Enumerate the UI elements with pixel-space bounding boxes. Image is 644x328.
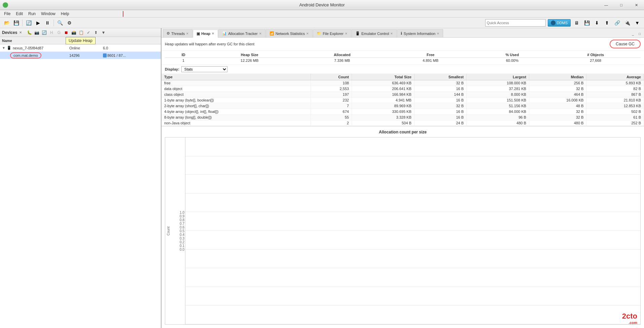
toolbar-icon-5[interactable]: 🔗 xyxy=(613,19,621,27)
quick-access-box[interactable] xyxy=(485,19,546,27)
menu-run[interactable]: Run xyxy=(26,11,38,17)
cell-median: 464 B xyxy=(529,92,586,97)
tab-network[interactable]: 📶 Network Statistics ✕ xyxy=(266,29,313,37)
cell-average: 61 B xyxy=(586,115,644,120)
tab-network-close[interactable]: ✕ xyxy=(306,32,309,35)
tab-emulator-close[interactable]: ✕ xyxy=(390,32,393,35)
camera-btn[interactable]: 📋 xyxy=(78,29,84,36)
heap-col-objects: # Objects xyxy=(550,52,641,58)
tab-allocation-tracker[interactable]: 📊 Allocation Tracker ✕ xyxy=(218,29,265,37)
cause-gc-button[interactable]: Cause GC xyxy=(610,40,641,48)
check-btn[interactable]: ✓ xyxy=(85,29,92,36)
y-axis-label: Count xyxy=(165,227,172,236)
toolbar-btn-3[interactable]: 🔄 xyxy=(25,19,33,27)
cell-count: 232 xyxy=(311,97,352,103)
toolbar-icon-1[interactable]: 🖥 xyxy=(573,19,581,27)
stop-btn[interactable]: ⏹ xyxy=(63,29,70,36)
toolbar-btn-1[interactable]: 📂 xyxy=(3,19,11,27)
screenshot2-btn[interactable]: 📸 xyxy=(70,29,77,36)
heap-pct: 60.00% xyxy=(474,58,550,64)
cell-largest: 84.000 KB xyxy=(467,109,529,115)
cell-total: 4.941 MB xyxy=(352,97,414,103)
data-table-body: free 108 636.469 KB 32 B 108.000 KB 256 … xyxy=(162,80,644,126)
tab-threads-icon: ⚙ xyxy=(167,31,170,36)
expand-icon: ▼ xyxy=(2,46,5,50)
tab-file-close[interactable]: ✕ xyxy=(345,32,348,35)
menu-bar: File Edit Run Window Help | xyxy=(0,10,644,17)
cell-type: 2-byte array (short[], char[]) xyxy=(162,103,311,109)
tab-heap[interactable]: ▣ Heap ✕ xyxy=(193,30,218,38)
tab-threads-close[interactable]: ✕ xyxy=(186,32,189,35)
devices-panel-header: Devices ✕ 🐛 📷 🔄 H G ⏹ 📸 📋 ✓ ⬆ ▼ Update H… xyxy=(0,28,161,37)
tab-emulator[interactable]: 📱 Emulator Control ✕ xyxy=(352,29,397,37)
tab-heap-icon: ▣ xyxy=(196,32,200,36)
close-button[interactable]: ✕ xyxy=(629,0,644,10)
panel-maximize-btn[interactable]: □ xyxy=(637,31,643,37)
ddms-button[interactable]: DDMS xyxy=(548,19,571,27)
screen-rotate-btn[interactable]: 🔄 xyxy=(41,29,47,36)
toolbar-icon-3[interactable]: ⬇ xyxy=(593,19,601,27)
quick-access-input[interactable] xyxy=(487,21,544,25)
cell-largest: 37.281 KB xyxy=(467,86,529,92)
y-label-04: 0.4 xyxy=(172,233,184,237)
tab-sysinfo-label: System Information xyxy=(403,32,435,36)
toolbar-icon-4[interactable]: ⬆ xyxy=(603,19,611,27)
cell-smallest: 16 B xyxy=(414,86,466,92)
menu-help[interactable]: Help xyxy=(58,11,72,17)
cell-count: 2,553 xyxy=(311,86,352,92)
tab-allocation-close[interactable]: ✕ xyxy=(259,32,262,35)
app-debug-col: 8601 / 87... xyxy=(101,53,128,57)
app-row-com-mat-demo[interactable]: com.mat.demo 14296 8601 / 87... xyxy=(0,52,161,59)
tab-heap-close[interactable]: ✕ xyxy=(212,32,214,35)
y-label-01: 0.1 xyxy=(172,244,184,248)
watermark: 2cto .com xyxy=(622,312,637,325)
cell-average: 5.893 KB xyxy=(586,80,644,86)
toolbar-icon-6[interactable]: 🔌 xyxy=(623,19,631,27)
tab-threads[interactable]: ⚙ Threads ✕ xyxy=(163,29,192,37)
y-label-08: 0.8 xyxy=(172,218,184,222)
cell-count: 7 xyxy=(311,103,352,109)
tab-sysinfo-close[interactable]: ✕ xyxy=(437,32,439,35)
cell-median: 32 B xyxy=(529,109,586,115)
cell-count: 197 xyxy=(311,92,352,97)
tab-sysinfo[interactable]: ℹ System Information ✕ xyxy=(397,29,443,37)
debug-btn[interactable]: 🐛 xyxy=(26,29,33,36)
more-btn[interactable]: ▼ xyxy=(100,29,107,36)
maximize-button[interactable]: □ xyxy=(614,0,629,10)
cell-median: 480 B xyxy=(529,120,586,126)
cell-count: 55 xyxy=(311,115,352,120)
heap-col-id: ID xyxy=(165,52,202,58)
device-row-nexus[interactable]: ▼ 📱 nexus_7-05f84d87 Online 6.0 xyxy=(0,44,161,52)
toolbar-btn-7[interactable]: ⚙ xyxy=(65,19,73,27)
col-count: Count xyxy=(311,74,352,80)
menu-file[interactable]: File xyxy=(1,11,13,17)
toolbar-icon-7[interactable]: ▼ xyxy=(633,19,641,27)
gc-btn[interactable]: G xyxy=(56,29,62,36)
screenshot-btn[interactable]: 📷 xyxy=(33,29,40,36)
heap-info-table: ID Heap Size Allocated Free % Used # Obj… xyxy=(165,52,641,63)
tabs-bar: ⚙ Threads ✕ ▣ Heap ✕ 📊 Allocation Tracke… xyxy=(162,28,644,38)
chart-title: Allocation count per size xyxy=(165,130,641,134)
panel-minimize-btn[interactable]: _ xyxy=(630,31,636,37)
y-label-02: 0.2 xyxy=(172,240,184,244)
display-select[interactable]: Stats Linear Allocation Log Bitmap Alloc… xyxy=(181,66,227,72)
toolbar-btn-5[interactable]: ⏸ xyxy=(43,19,51,27)
export-btn[interactable]: ⬆ xyxy=(93,29,99,36)
toolbar-icon-2[interactable]: 💾 xyxy=(583,19,591,27)
menu-edit[interactable]: Edit xyxy=(13,11,26,17)
table-row: 1-byte array (byte[], boolean[]) 232 4.9… xyxy=(162,97,644,103)
chart-y-axis: 1.0 0.9 0.8 0.7 0.6 0.5 0.4 0.3 0.2 0.1 … xyxy=(172,209,185,253)
table-row: 8-byte array (long[], double[]) 55 3.328… xyxy=(162,115,644,120)
toolbar-btn-6[interactable]: 🔍 xyxy=(56,19,64,27)
devices-panel-close[interactable]: ✕ xyxy=(19,31,22,34)
chart-container: Count 1.0 0.9 0.8 0.7 0.6 0.5 0.4 0.3 0.… xyxy=(165,137,641,325)
tab-file-explorer[interactable]: 📁 File Explorer ✕ xyxy=(313,29,351,37)
toolbar-btn-2[interactable]: 💾 xyxy=(12,19,20,27)
chart-area: Allocation count per size Count 1.0 0.9 … xyxy=(162,126,644,328)
menu-window[interactable]: Window xyxy=(38,11,58,17)
main-layout: Devices ✕ 🐛 📷 🔄 H G ⏹ 📸 📋 ✓ ⬆ ▼ Update H… xyxy=(0,28,644,328)
minimize-button[interactable]: — xyxy=(599,0,614,10)
col-total-size: Total Size xyxy=(352,74,414,80)
heap-btn[interactable]: H xyxy=(48,29,55,36)
toolbar-btn-4[interactable]: ▶ xyxy=(34,19,42,27)
